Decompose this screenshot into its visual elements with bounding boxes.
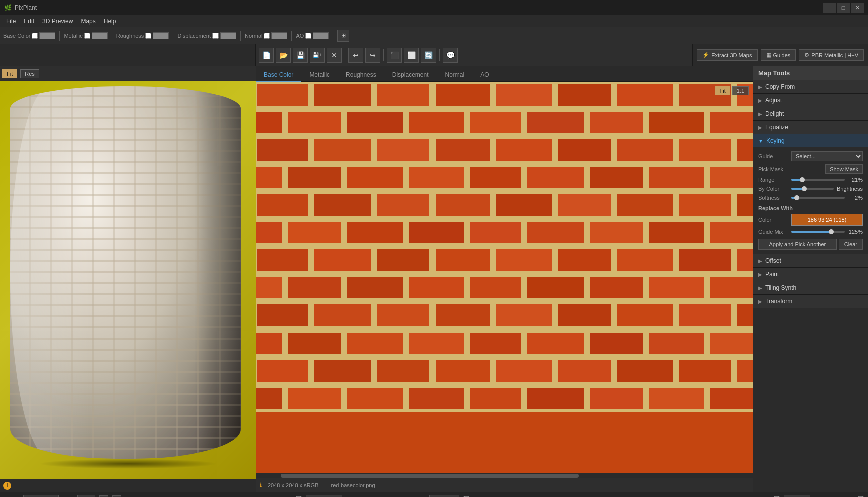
equalize-header[interactable]: ▶ Equalize bbox=[753, 121, 868, 134]
ao-swatch[interactable] bbox=[313, 32, 329, 39]
base-color-swatch[interactable] bbox=[39, 32, 55, 39]
open-file-btn[interactable]: 📂 bbox=[276, 48, 291, 63]
extract-3d-maps-btn[interactable]: ⚡ Extract 3D Maps bbox=[697, 49, 757, 61]
svg-rect-44 bbox=[735, 193, 753, 218]
softness-handle[interactable] bbox=[794, 195, 799, 200]
apply-pick-another-btn[interactable]: Apply and Pick Another bbox=[758, 239, 837, 250]
app-title-text: PixPlant bbox=[15, 4, 37, 11]
by-color-slider[interactable] bbox=[791, 188, 834, 190]
svg-rect-88 bbox=[647, 331, 706, 355]
normal-label: Normal bbox=[245, 33, 262, 39]
normal-swatch[interactable] bbox=[271, 32, 287, 39]
map-tool-sep-2 bbox=[383, 49, 384, 61]
close-btn[interactable]: ✕ bbox=[327, 48, 342, 63]
copy-from-label: Copy From bbox=[765, 83, 795, 90]
color-label: Color bbox=[758, 217, 788, 223]
menu-3d-preview[interactable]: 3D Preview bbox=[38, 17, 77, 26]
tab-base-color[interactable]: Base Color bbox=[256, 68, 301, 82]
color-display[interactable]: 186 93 24 (118) bbox=[791, 214, 863, 226]
preview-panel: Fit Res i bbox=[0, 66, 256, 492]
map-scrollbar-thumb[interactable] bbox=[281, 474, 579, 478]
svg-rect-29 bbox=[345, 165, 404, 190]
roughness-checkbox[interactable] bbox=[145, 33, 151, 39]
svg-rect-107 bbox=[709, 386, 753, 410]
svg-rect-95 bbox=[557, 358, 613, 383]
maximize-button[interactable]: □ bbox=[837, 3, 850, 13]
displacement-swatch[interactable] bbox=[220, 32, 236, 39]
copy-from-header[interactable]: ▶ Copy From bbox=[753, 80, 868, 93]
toolbar-expand-btn[interactable]: ⊞ bbox=[337, 30, 349, 42]
redo-btn[interactable]: ↪ bbox=[365, 48, 380, 63]
map-1to1-btn[interactable]: 1:1 bbox=[732, 86, 749, 95]
metallic-swatch[interactable] bbox=[92, 32, 108, 39]
svg-rect-60 bbox=[616, 248, 674, 273]
tab-displacement[interactable]: Displacement bbox=[384, 68, 437, 82]
res-btn[interactable]: Res bbox=[20, 69, 39, 78]
pbr-btn[interactable]: ⚙ PBR Metallic | H+V bbox=[799, 49, 864, 61]
svg-rect-75 bbox=[434, 303, 492, 328]
tab-ao[interactable]: AO bbox=[472, 68, 497, 82]
comment-btn[interactable]: 💬 bbox=[443, 48, 458, 63]
equalize-label: Equalize bbox=[765, 124, 788, 131]
delight-header[interactable]: ▶ Delight bbox=[753, 107, 868, 120]
save-as-btn[interactable]: 💾+ bbox=[310, 48, 325, 63]
range-slider[interactable] bbox=[791, 179, 845, 181]
offset-header[interactable]: ▶ Offset bbox=[753, 254, 868, 267]
menu-file[interactable]: File bbox=[2, 17, 20, 26]
normal-checkbox[interactable] bbox=[264, 33, 270, 39]
svg-rect-97 bbox=[677, 358, 732, 383]
pick-mask-label: Pick Mask bbox=[758, 166, 783, 172]
flip-v-btn[interactable]: ⬜ bbox=[404, 48, 419, 63]
map-fit-btn[interactable]: Fit bbox=[715, 86, 730, 95]
svg-rect-100 bbox=[286, 386, 342, 410]
clear-btn[interactable]: Clear bbox=[839, 239, 863, 250]
guide-mix-handle[interactable] bbox=[829, 229, 834, 234]
guides-btn[interactable]: ▦ Guides bbox=[761, 49, 796, 61]
model-select[interactable]: Cylinder bbox=[23, 495, 59, 498]
save-btn[interactable]: 💾 bbox=[293, 48, 308, 63]
minimize-button[interactable]: ─ bbox=[823, 3, 836, 13]
new-file-btn[interactable]: 📄 bbox=[259, 48, 274, 63]
svg-rect-38 bbox=[376, 193, 431, 218]
uv-select[interactable]: 1x bbox=[77, 495, 95, 498]
metallic-checkbox[interactable] bbox=[84, 33, 90, 39]
info-icon: i bbox=[3, 482, 11, 490]
displacement-checkbox[interactable] bbox=[212, 33, 219, 39]
softness-slider[interactable] bbox=[791, 197, 845, 199]
flip-h-btn[interactable]: ⬛ bbox=[387, 48, 402, 63]
guide-mix-slider[interactable] bbox=[791, 231, 845, 233]
adjust-header[interactable]: ▶ Adjust bbox=[753, 94, 868, 107]
tab-normal[interactable]: Normal bbox=[437, 68, 472, 82]
tab-metallic[interactable]: Metallic bbox=[301, 68, 338, 82]
map-scrollbar[interactable] bbox=[256, 473, 753, 478]
fit-btn[interactable]: Fit bbox=[2, 69, 17, 78]
ao-checkbox[interactable] bbox=[305, 33, 311, 39]
svg-rect-98 bbox=[735, 358, 753, 383]
lights-select[interactable]: White bbox=[429, 495, 459, 498]
svg-rect-57 bbox=[434, 248, 492, 273]
svg-rect-55 bbox=[313, 248, 373, 273]
menu-maps[interactable]: Maps bbox=[77, 17, 99, 26]
range-handle[interactable] bbox=[800, 177, 805, 182]
toolbar-sep-3 bbox=[173, 31, 173, 41]
undo-btn[interactable]: ↩ bbox=[348, 48, 363, 63]
show-mask-btn[interactable]: Show Mask bbox=[825, 164, 863, 174]
cylinder-model bbox=[10, 86, 241, 459]
tab-roughness[interactable]: Roughness bbox=[338, 68, 384, 82]
paint-header[interactable]: ▶ Paint bbox=[753, 268, 868, 281]
status-sep-1 bbox=[325, 481, 325, 489]
tiling-synth-header[interactable]: ▶ Tiling Synth bbox=[753, 281, 868, 294]
close-button[interactable]: ✕ bbox=[851, 3, 864, 13]
museum-select[interactable]: Museum bbox=[306, 495, 342, 498]
keying-body: Guide Select... Pick Mask Show Mask Rang… bbox=[753, 147, 868, 254]
keying-header[interactable]: ▼ Keying bbox=[753, 134, 868, 147]
menu-help[interactable]: Help bbox=[100, 17, 120, 26]
roughness-swatch[interactable] bbox=[153, 32, 169, 39]
menu-edit[interactable]: Edit bbox=[20, 17, 38, 26]
base-color-checkbox[interactable] bbox=[32, 33, 38, 39]
guide-select[interactable]: Select... bbox=[791, 151, 863, 161]
both-select[interactable]: Both bbox=[784, 495, 810, 498]
rotate-btn[interactable]: 🔄 bbox=[421, 48, 436, 63]
transform-header[interactable]: ▶ Transform bbox=[753, 295, 868, 308]
by-color-handle[interactable] bbox=[802, 186, 807, 191]
